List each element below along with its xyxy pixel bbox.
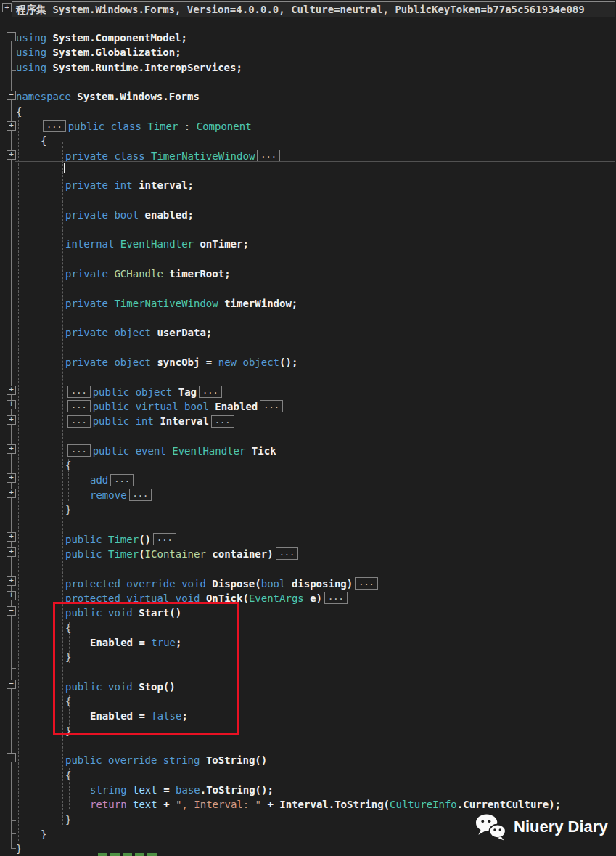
collapsed-region-box[interactable]: ... [110,474,134,486]
code-line [0,252,616,266]
collapsed-region-box[interactable]: ... [67,386,91,398]
code-token: protected override void [65,578,212,590]
code-line [0,222,616,237]
fold-expand-icon[interactable]: + [7,547,16,557]
code-line: ...public event EventHandler Tick [0,444,616,458]
code-token: TimerNativeWindow [151,150,255,162]
fold-expand-icon[interactable]: + [7,532,16,542]
code-token: + [157,799,176,810]
code-line [0,192,616,207]
fold-expand-icon[interactable]: + [7,121,16,131]
clipped-green-text-fragment [135,853,144,856]
watermark: Niuery Diary [473,812,608,841]
code-token: () [139,534,151,545]
code-line: namespace System.Windows.Forms [0,89,616,104]
code-token: internal [65,238,120,250]
code-token: ( [139,548,144,560]
fold-expand-icon[interactable]: + [7,473,16,483]
fold-expand-icon[interactable]: + [7,489,16,498]
code-token: using [16,62,53,73]
code-token: ToString() [206,754,267,766]
code-token: interval; [139,179,194,191]
code-token: } [16,843,22,855]
code-line [0,561,616,576]
code-token: EventHandler [172,445,252,457]
code-line: public Timer()... [0,532,616,547]
code-line [0,311,616,325]
code-token: { [65,770,71,781]
fold-expand-icon[interactable]: + [7,444,16,454]
code-token: { [65,460,71,471]
code-token: System.Windows.Forms [77,91,200,102]
watermark-label: Niuery Diary [514,818,608,836]
code-token: .CurrentCulture); [457,799,561,810]
fold-region-end-tick [11,848,16,849]
code-token: : [178,121,196,132]
assembly-expander-icon[interactable]: + [2,3,12,12]
fold-expand-icon[interactable]: + [7,400,16,409]
collapsed-region-box[interactable]: ... [355,577,378,590]
code-line: using System.ComponentModel; [0,30,616,45]
fold-region-end-tick [11,820,16,821]
fold-expand-icon[interactable]: + [7,386,16,395]
code-token: Timer [108,534,139,545]
code-token: (); [279,356,297,368]
code-line [0,370,616,384]
collapsed-region-box[interactable]: ... [211,415,234,428]
code-token: text [133,799,157,810]
fold-collapse-icon[interactable]: − [7,680,16,689]
code-line: { [0,458,616,473]
code-token: using [16,46,53,58]
code-token: public class [68,121,148,132]
collapsed-region-box[interactable]: ... [276,547,299,560]
fold-collapse-icon[interactable]: − [7,91,16,100]
clipped-green-text-fragment [98,853,107,856]
collapsed-region-box[interactable]: ... [260,400,283,412]
code-token: private [65,268,114,280]
assembly-header-bar[interactable]: 程序集 System.Windows.Forms, Version=4.0.0.… [12,1,615,17]
collapsed-region-box[interactable]: ... [199,386,222,398]
fold-collapse-icon[interactable]: − [7,753,16,762]
fold-expand-icon[interactable]: + [7,150,16,160]
collapsed-region-box[interactable]: ... [67,400,91,412]
code-token: System.Runtime.InteropServices; [53,62,242,73]
code-token: EventHandler [120,238,200,250]
code-line: public Timer(IContainer container)... [0,547,616,561]
collapsed-region-box[interactable]: ... [67,415,91,428]
code-token: CultureInfo [390,799,457,810]
code-line [0,75,616,89]
code-line [0,738,616,753]
collapsed-region-box[interactable]: ... [43,120,66,132]
clipped-green-text-fragment [110,853,120,856]
code-token: private int [65,179,139,191]
code-token: Timer [108,548,139,560]
code-token: return [90,799,133,810]
fold-collapse-icon[interactable]: − [7,606,16,616]
code-token: public object [93,386,178,398]
code-token: + Interval.ToString( [261,799,390,810]
fold-expand-icon[interactable]: + [7,415,16,425]
code-token: public virtual bool [93,401,215,412]
collapsed-region-box[interactable]: ... [129,489,152,501]
code-line: } [0,502,616,517]
collapsed-region-box[interactable]: ... [153,533,176,545]
collapsed-region-box[interactable]: ... [324,592,348,604]
fold-region-end-tick [11,70,16,71]
collapsed-region-box[interactable]: ... [67,444,91,457]
fold-expand-icon[interactable]: + [7,591,16,600]
code-line: using System.Runtime.InteropServices; [0,60,616,75]
code-token: System.Globalization; [53,46,181,58]
code-line: internal EventHandler onTimer; [0,237,616,251]
code-token: namespace [16,91,77,102]
code-token: enabled; [145,209,194,221]
code-line: string text = base.ToString(); [0,783,616,797]
code-token: timerWindow; [224,298,297,309]
fold-expand-icon[interactable]: + [7,576,16,586]
code-token: text [133,784,157,796]
code-line: ...public object Tag... [0,385,616,399]
code-token: } [41,828,46,840]
current-line-highlight [15,161,615,174]
code-line: ...public class Timer : Component [0,119,616,134]
fold-collapse-icon[interactable]: − [7,32,16,41]
collapsed-region-box[interactable]: ... [257,150,280,162]
